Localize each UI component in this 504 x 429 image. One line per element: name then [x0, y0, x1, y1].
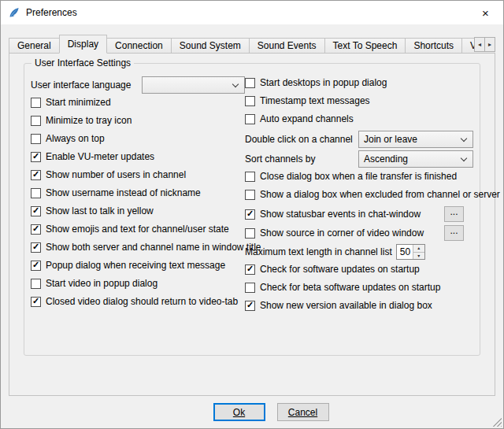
spinner-down-icon[interactable]: ▾ [413, 252, 424, 260]
checkbox-start-minimized[interactable]: Start minimized [31, 96, 245, 109]
check-icon: ✓ [246, 301, 254, 309]
checkbox-box [31, 116, 41, 126]
tab-sound-system[interactable]: Sound System [171, 38, 250, 54]
scroll-right-icon: ▸ [488, 41, 491, 48]
settings-columns: User interface language Start minimized … [24, 64, 480, 317]
right-column: Start desktops in popup dialog Timestamp… [245, 76, 473, 317]
window-title: Preferences [26, 7, 77, 18]
checkbox-box [31, 188, 41, 198]
check-icon: ✓ [32, 152, 39, 161]
checkbox-always-on-top[interactable]: Always on top [31, 132, 245, 145]
checkbox-box [31, 279, 41, 289]
language-row: User interface language [31, 76, 245, 94]
double-click-label: Double click on a channel [245, 134, 353, 145]
chevron-down-icon [461, 154, 467, 161]
checkbox-vu-meter-updates[interactable]: ✓ Enable VU-meter updates [31, 150, 245, 163]
check-icon: ✓ [32, 170, 39, 179]
double-click-combobox[interactable]: Join or leave [358, 131, 473, 148]
checkbox-last-to-talk-yellow[interactable]: ✓ Show last to talk in yellow [31, 205, 245, 217]
preferences-window: Preferences × General Display Connection… [0, 0, 504, 429]
checkbox-beta-updates[interactable]: Check for beta software updates on start… [245, 281, 473, 294]
check-icon: ✓ [246, 264, 254, 273]
left-column: User interface language Start minimized … [31, 76, 245, 317]
check-icon: ✓ [32, 297, 39, 305]
checkbox-box [31, 98, 41, 108]
teamtalk-logo-icon [8, 6, 20, 19]
tab-connection[interactable]: Connection [106, 38, 172, 54]
tab-sound-events[interactable]: Sound Events [249, 38, 325, 54]
check-icon: ✓ [32, 261, 39, 269]
checkbox-box: ✓ [31, 152, 41, 162]
checkbox-box: ✓ [245, 301, 255, 311]
checkbox-popup-text-message[interactable]: ✓ Popup dialog when receiving text messa… [31, 259, 245, 272]
checkbox-box: ✓ [245, 209, 255, 220]
checkbox-box: ✓ [31, 297, 41, 307]
checkbox-box: ✓ [31, 206, 41, 216]
checkbox-statusbar-events[interactable]: ✓ Show statusbar events in chat-window [245, 208, 421, 220]
spinner-up-icon[interactable]: ▴ [413, 245, 424, 252]
checkbox-box: ✓ [245, 264, 255, 275]
checkbox-start-video-popup[interactable]: Start video in popup dialog [31, 277, 245, 290]
checkbox-box [245, 190, 255, 200]
check-icon: ✓ [246, 209, 254, 218]
video-source-config-button[interactable]: ... [444, 225, 464, 241]
max-text-length-spinner[interactable]: 50 ▴ ▾ [396, 244, 425, 260]
dialog-button-row: Ok Cancel [20, 403, 504, 421]
check-icon: ✓ [32, 242, 39, 251]
close-icon: × [482, 6, 489, 20]
group-title: User Interface Settings [32, 57, 134, 68]
max-text-length-label: Maximum text length in channel list [245, 246, 392, 257]
checkbox-show-emojis[interactable]: ✓ Show emojis and text for channel/user … [31, 223, 245, 235]
checkbox-box [245, 114, 255, 124]
checkbox-start-desktops-popup[interactable]: Start desktops in popup dialog [245, 76, 473, 89]
checkbox-box: ✓ [31, 242, 41, 253]
tab-general[interactable]: General [9, 38, 60, 54]
checkbox-timestamp-messages[interactable]: Timestamp text messages [245, 94, 473, 107]
spinner-value: 50 [397, 245, 413, 259]
chevron-down-icon [232, 80, 239, 87]
checkbox-box: ✓ [31, 261, 41, 271]
ok-button[interactable]: Ok [213, 403, 265, 421]
double-click-value: Join or leave [359, 134, 461, 145]
checkbox-box [31, 134, 41, 144]
check-icon: ✓ [32, 206, 39, 215]
tab-scroll-right-button[interactable]: ▸ [484, 37, 495, 52]
tab-text-to-speech[interactable]: Text To Speech [324, 38, 406, 54]
checkbox-minimize-to-tray[interactable]: Minimize to tray icon [31, 114, 245, 127]
language-label: User interface language [31, 80, 131, 91]
statusbar-events-config-button[interactable]: ... [444, 206, 464, 222]
checkbox-excluded-dialog[interactable]: Show a dialog box when excluded from cha… [245, 188, 473, 201]
close-button[interactable]: × [468, 1, 503, 24]
tab-bar: General Display Connection Sound System … [9, 35, 495, 54]
checkbox-show-user-count[interactable]: ✓ Show number of users in channel [31, 168, 245, 181]
cancel-button[interactable]: Cancel [277, 403, 329, 421]
display-tab-page: User Interface Settings User interface l… [9, 53, 495, 396]
checkbox-close-filetransfer-dialog[interactable]: Close dialog box when a file transfer is… [245, 170, 473, 183]
checkbox-new-version-dialog[interactable]: ✓ Show new version available in dialog b… [245, 299, 473, 312]
checkbox-video-source-corner[interactable]: Show source in corner of video window [245, 227, 424, 239]
check-icon: ✓ [32, 224, 39, 233]
checkbox-box [245, 172, 255, 182]
titlebar: Preferences × [1, 1, 503, 24]
tab-scroll-left-button[interactable]: ◂ [474, 37, 485, 52]
sort-channels-combobox[interactable]: Ascending [358, 150, 473, 168]
checkbox-box: ✓ [31, 224, 41, 235]
checkbox-video-return-to-tab[interactable]: ✓ Closed video dialog should return to v… [31, 295, 245, 308]
tab-shortcuts[interactable]: Shortcuts [405, 38, 462, 54]
statusbar-events-row: ✓ Show statusbar events in chat-window .… [245, 206, 473, 222]
checkbox-server-channel-in-title[interactable]: ✓ Show both server and channel name in w… [31, 241, 245, 253]
scroll-left-icon: ◂ [478, 41, 481, 48]
checkbox-box [245, 228, 255, 239]
sort-channels-value: Ascending [359, 153, 461, 165]
tab-scroll-control: ◂ ▸ [474, 37, 495, 52]
language-combobox[interactable] [142, 76, 245, 94]
spinner-buttons: ▴ ▾ [413, 245, 424, 259]
checkbox-box [245, 283, 255, 293]
checkbox-auto-expand-channels[interactable]: Auto expand channels [245, 113, 473, 125]
sort-channels-label: Sort channels by [245, 153, 315, 165]
checkbox-software-updates[interactable]: ✓ Check for software updates on startup [245, 263, 473, 276]
checkbox-box: ✓ [31, 170, 41, 180]
double-click-row: Double click on a channel Join or leave [245, 131, 473, 148]
tab-display[interactable]: Display [59, 35, 107, 54]
checkbox-show-username[interactable]: Show username instead of nickname [31, 187, 245, 199]
